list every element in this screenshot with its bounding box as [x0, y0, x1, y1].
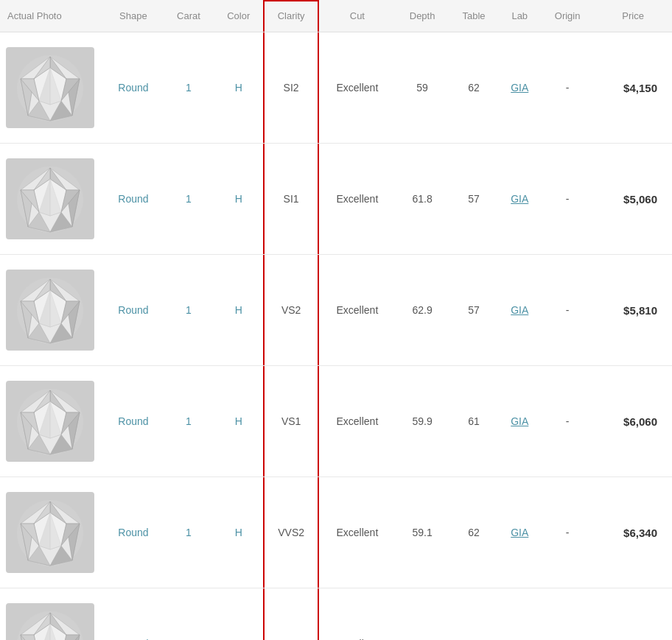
col-header-clarity: Clarity [263, 0, 319, 32]
cell-photo[interactable] [0, 366, 103, 477]
lab-link[interactable]: GIA [511, 527, 528, 538]
cell-cut: Excellent [319, 255, 396, 366]
col-header-depth: Depth [396, 0, 449, 32]
col-header-lab: Lab [499, 0, 541, 32]
cell-table: 57 [449, 255, 498, 366]
cell-table: 61 [449, 366, 498, 477]
col-header-table: Table [449, 0, 498, 32]
cell-price: $5,060 [594, 144, 672, 255]
cell-table: 58 [449, 588, 498, 641]
clarity-border [263, 477, 319, 588]
cell-shape: Round [103, 255, 164, 366]
cell-table: 62 [449, 477, 498, 588]
diamond-photo[interactable] [6, 47, 94, 128]
table-header-row: Actual Photo Shape Carat Color Clarity C… [0, 0, 672, 32]
cell-origin: - [541, 144, 594, 255]
cell-depth: 59.9 [396, 366, 449, 477]
cell-color: H [214, 144, 263, 255]
cell-table: 62 [449, 32, 498, 144]
col-header-carat: Carat [164, 0, 214, 32]
lab-link[interactable]: GIA [511, 82, 528, 94]
cell-lab[interactable]: GIA [499, 366, 541, 477]
col-header-shape: Shape [103, 0, 164, 32]
diamond-table: Actual Photo Shape Carat Color Clarity C… [0, 0, 672, 640]
cell-origin: - [541, 255, 594, 366]
cell-price: $6,460 [594, 588, 672, 641]
cell-shape: Round [103, 477, 164, 588]
cell-shape: Round [103, 144, 164, 255]
cell-depth: 59 [396, 32, 449, 144]
cell-carat: 1 [164, 255, 214, 366]
col-header-cut: Cut [319, 0, 396, 32]
cell-lab[interactable]: GIA [499, 255, 541, 366]
col-header-color: Color [214, 0, 263, 32]
table-row: Round1HVVS2Excellent59.162GIA-$6,340 [0, 477, 672, 588]
table-row: Round1HVVS1Excellent62.558GIA-$6,460 [0, 588, 672, 641]
cell-cut: Excellent [319, 32, 396, 144]
cell-cut: Excellent [319, 144, 396, 255]
diamond-photo[interactable] [6, 270, 94, 351]
col-header-photo: Actual Photo [0, 0, 103, 32]
cell-photo[interactable] [0, 32, 103, 144]
cell-depth: 61.8 [396, 144, 449, 255]
diamond-photo[interactable] [6, 603, 94, 640]
cell-lab[interactable]: GIA [499, 588, 541, 641]
diamond-photo[interactable] [6, 492, 94, 573]
cell-origin: - [541, 32, 594, 144]
clarity-border [263, 144, 319, 254]
lab-link[interactable]: GIA [511, 193, 528, 205]
cell-price: $4,150 [594, 32, 672, 144]
table-row: Round1HVS1Excellent59.961GIA-$6,060 [0, 366, 672, 477]
cell-color: H [214, 477, 263, 588]
cell-clarity: VS1 [263, 366, 319, 477]
diamond-table-container: Actual Photo Shape Carat Color Clarity C… [0, 0, 672, 640]
lab-link[interactable]: GIA [511, 304, 528, 316]
cell-clarity: SI2 [263, 32, 319, 144]
cell-color: H [214, 255, 263, 366]
table-row: Round1HSI1Excellent61.857GIA-$5,060 [0, 144, 672, 255]
cell-carat: 1 [164, 366, 214, 477]
diamond-photo[interactable] [6, 381, 94, 462]
cell-origin: - [541, 588, 594, 641]
cell-cut: Excellent [319, 477, 396, 588]
cell-carat: 1 [164, 588, 214, 641]
cell-clarity: VS2 [263, 255, 319, 366]
cell-color: H [214, 366, 263, 477]
cell-price: $6,340 [594, 477, 672, 588]
cell-carat: 1 [164, 32, 214, 144]
cell-color: H [214, 588, 263, 641]
cell-lab[interactable]: GIA [499, 477, 541, 588]
cell-clarity: VVS1 [263, 588, 319, 641]
col-header-price: Price [594, 0, 672, 32]
cell-photo[interactable] [0, 255, 103, 366]
clarity-border [263, 366, 319, 477]
cell-depth: 59.1 [396, 477, 449, 588]
cell-shape: Round [103, 32, 164, 144]
diamond-photo[interactable] [6, 158, 94, 239]
cell-photo[interactable] [0, 588, 103, 641]
lab-link[interactable]: GIA [511, 415, 528, 427]
cell-photo[interactable] [0, 144, 103, 255]
cell-clarity: SI1 [263, 144, 319, 255]
table-row: Round1HSI2Excellent5962GIA-$4,150 [0, 32, 672, 144]
cell-color: H [214, 32, 263, 144]
cell-origin: - [541, 477, 594, 588]
cell-shape: Round [103, 588, 164, 641]
col-header-origin: Origin [541, 0, 594, 32]
cell-price: $5,810 [594, 255, 672, 366]
cell-cut: Excellent [319, 366, 396, 477]
table-row: Round1HVS2Excellent62.957GIA-$5,810 [0, 255, 672, 366]
cell-lab[interactable]: GIA [499, 32, 541, 144]
cell-table: 57 [449, 144, 498, 255]
cell-shape: Round [103, 366, 164, 477]
cell-lab[interactable]: GIA [499, 144, 541, 255]
cell-photo[interactable] [0, 477, 103, 588]
cell-clarity: VVS2 [263, 477, 319, 588]
clarity-border [263, 32, 319, 143]
cell-cut: Excellent [319, 588, 396, 641]
cell-depth: 62.5 [396, 588, 449, 641]
cell-carat: 1 [164, 477, 214, 588]
cell-carat: 1 [164, 144, 214, 255]
cell-depth: 62.9 [396, 255, 449, 366]
cell-price: $6,060 [594, 366, 672, 477]
